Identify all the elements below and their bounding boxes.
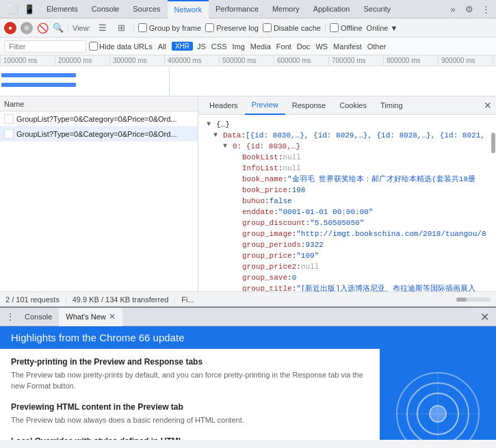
clear-button[interactable]: 🚫 [37,23,49,34]
tab-sources[interactable]: Sources [126,0,167,18]
tab-cookies[interactable]: Cookies [332,96,374,115]
requests-count: 2 / 101 requests [5,295,60,304]
tab-performance[interactable]: Performance [209,0,265,18]
tab-headers[interactable]: Headers [203,96,245,115]
disable-cache-input[interactable] [263,23,272,32]
bottom-panel: ⋮ Console What's New ✕ ✕ Highlights from… [0,306,496,440]
section-2-title: Previewing HTML content in the Preview t… [11,402,369,412]
bottom-tab-close-icon[interactable]: ✕ [109,312,116,321]
hide-data-urls-checkbox[interactable]: Hide data URLs [89,42,153,51]
waterfall-bar-1 [1,73,76,77]
whats-new-section-3: Local Overrides with styles defined in H… [11,436,369,440]
json-field-infolist: ▶ InfoList : null [204,163,491,174]
tick-10: 1000000 ms [493,55,496,66]
preserve-log-label: Preserve log [216,24,259,32]
filter-doc[interactable]: Doc [296,42,312,51]
bottom-menu-icon[interactable]: ⋮ [3,311,18,322]
customize-icon[interactable]: ⋮ [478,1,493,16]
expand-item0[interactable]: ▼ [223,141,231,152]
more-tabs-icon[interactable]: » [445,1,460,16]
whats-new-section-2: Previewing HTML content in the Preview t… [11,402,369,425]
tick-3: 300000 ms [109,55,164,66]
detail-panel: Headers Preview Response Cookies Timing … [198,96,496,291]
tab-memory[interactable]: Memory [265,0,306,18]
filter-img[interactable]: Img [231,42,246,51]
json-data: ▼ Data : [{id: 8030,…}, {id: 8029,…}, {i… [204,130,491,141]
offline-checkbox[interactable]: Offline [330,23,363,32]
detail-content[interactable]: ▼ {…} ▼ Data : [{id: 8030,…}, {id: 8029,… [198,115,496,291]
hide-data-urls-input[interactable] [89,42,98,51]
filter-font[interactable]: Font [275,42,293,51]
inspect-icon[interactable]: ⬜ [5,1,21,16]
bottom-tab-console[interactable]: Console [18,308,59,326]
tab-network[interactable]: Network [168,0,209,18]
filter-button[interactable]: 🔍 [53,23,64,33]
offline-input[interactable] [330,23,339,32]
filter-input[interactable] [4,40,86,53]
separator3 [325,23,326,33]
view-grid-icon[interactable]: ⊞ [114,21,129,36]
json-tree: ▼ {…} ▼ Data : [{id: 8030,…}, {id: 8029,… [198,118,496,291]
section-2-desc: The Preview tab now always does a basic … [11,414,369,425]
tab-security[interactable]: Security [356,0,397,18]
filter-css[interactable]: CSS [210,42,229,51]
status-scroll-area[interactable] [456,298,491,302]
timeline-ruler: 100000 ms 200000 ms 300000 ms 400000 ms … [0,55,496,66]
section-1-desc: The Preview tab now pretty-prints by def… [11,369,369,391]
transfer-size: 49.9 KB / 134 KB transferred [73,295,169,304]
group-frame-input[interactable] [138,23,147,32]
device-icon[interactable]: 📱 [22,1,37,16]
filter-xhr[interactable]: XHR [172,42,193,51]
record-button[interactable]: ● [4,22,16,34]
detail-scrollbar[interactable] [491,115,496,291]
group-frame-checkbox[interactable]: Group by frame [138,23,201,32]
tab-preview[interactable]: Preview [245,96,285,115]
json-field-groupdiscount: ▶ group_discount : "5.50505050" [204,218,491,228]
preserve-log-input[interactable] [205,23,214,32]
json-field-booklist: ▶ BookList : null [204,152,491,163]
offline-label: Offline [341,24,363,32]
filter-manifest[interactable]: Manifest [332,42,363,51]
json-field-groupprice: ▶ group_price : "109" [204,250,491,261]
throttle-icon: ▼ [390,24,397,32]
tab-console[interactable]: Console [85,0,126,18]
section-1-title: Pretty-printing in the Preview and Respo… [11,357,369,367]
filter-js[interactable]: JS [196,42,207,51]
bottom-tab-bar: ⋮ Console What's New ✕ ✕ [0,308,496,326]
filter-ws[interactable]: WS [314,42,329,51]
tick-1: 100000 ms [0,55,55,66]
detail-close-button[interactable]: ✕ [484,100,492,111]
waterfall-bar-2 [1,83,76,87]
separator2 [133,23,134,33]
filter-media[interactable]: Media [249,42,272,51]
settings-icon[interactable]: ⚙ [462,1,477,16]
tab-elements[interactable]: Elements [40,0,85,18]
disable-cache-checkbox[interactable]: Disable cache [263,23,321,32]
whats-new-image [380,349,496,440]
tick-4: 400000 ms [164,55,219,66]
preserve-log-checkbox[interactable]: Preserve log [205,23,259,32]
filter-other[interactable]: Other [366,42,388,51]
stop-button[interactable]: ⊗ [21,22,33,34]
network-item-1[interactable]: GroupList?Type=0&Category=0&Price=0&Ord.… [0,111,198,127]
scrollbar-thumb[interactable] [491,133,495,153]
network-item-2[interactable]: GroupList?Type=0&Category=0&Price=0&Ord.… [0,127,198,142]
online-dropdown[interactable]: Online ▼ [367,24,398,32]
item-name-2: GroupList?Type=0&Category=0&Price=0&Ord.… [16,130,177,138]
json-field-groupsave: ▶ group_save : 0 [204,272,491,283]
json-root: ▼ {…} [204,119,491,130]
whats-new-section-1: Pretty-printing in the Preview and Respo… [11,357,369,391]
bottom-tab-whats-new[interactable]: What's New ✕ [59,308,122,326]
network-list-header: Name [0,96,198,111]
bottom-panel-close-button[interactable]: ✕ [476,311,493,324]
filter-all[interactable]: All [155,42,169,51]
tab-timing[interactable]: Timing [374,96,410,115]
view-list-icon[interactable]: ☰ [95,21,110,36]
expand-data[interactable]: ▼ [213,130,222,141]
expand-root[interactable]: ▼ [207,119,215,130]
json-field-enddate: ▶ enddate : "0001-01-01 00:00:00" [204,207,491,218]
tab-response[interactable]: Response [285,96,333,115]
tab-application[interactable]: Application [306,0,357,18]
section-3-title: Local Overrides with styles defined in H… [11,436,369,440]
main-area: Name GroupList?Type=0&Category=0&Price=0… [0,96,496,291]
